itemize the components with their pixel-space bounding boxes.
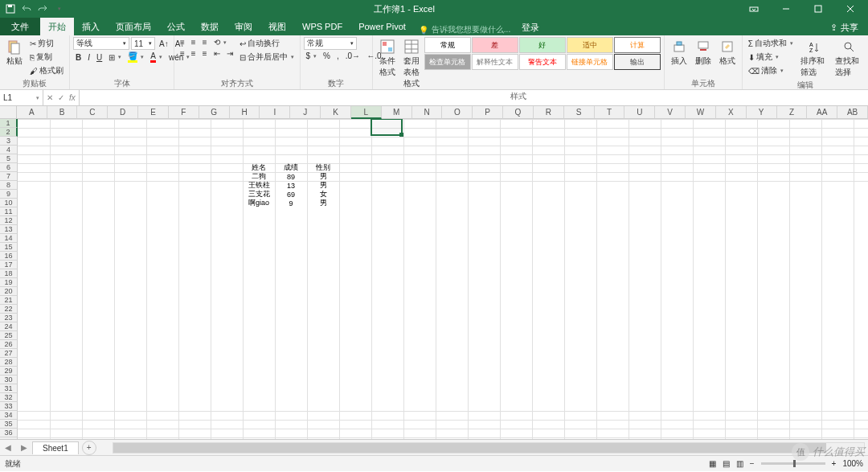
cell-value[interactable]: 男 xyxy=(307,199,339,207)
row-header-19[interactable]: 19 xyxy=(0,278,18,287)
col-header-AA[interactable]: AA xyxy=(807,106,837,119)
col-header-F[interactable]: F xyxy=(169,106,199,119)
cell-value[interactable]: 9 xyxy=(275,199,307,207)
horizontal-scrollbar[interactable] xyxy=(113,442,865,454)
col-header-A[interactable]: A xyxy=(17,106,47,119)
row-header-15[interactable]: 15 xyxy=(0,243,18,252)
row-header-26[interactable]: 26 xyxy=(0,340,18,349)
row-header-10[interactable]: 10 xyxy=(0,199,18,207)
row-header-5[interactable]: 5 xyxy=(0,154,18,163)
view-page-break-icon[interactable]: ▥ xyxy=(736,459,743,468)
zoom-out-button[interactable]: − xyxy=(750,459,755,468)
tab-file[interactable]: 文件 xyxy=(0,18,40,35)
italic-button[interactable]: I xyxy=(85,52,92,63)
style-解释性文本[interactable]: 解释性文本 xyxy=(472,54,518,70)
share-button[interactable]: ⇪ 共享 xyxy=(825,20,863,35)
row-header-13[interactable]: 13 xyxy=(0,225,18,234)
col-header-AB[interactable]: AB xyxy=(837,106,868,119)
row-header-37[interactable]: 37 xyxy=(0,437,18,439)
tab-开始[interactable]: 开始 xyxy=(40,18,74,35)
copy-button[interactable]: ⎘复制 xyxy=(27,51,66,64)
col-header-K[interactable]: K xyxy=(321,106,351,119)
style-适中[interactable]: 适中 xyxy=(567,37,613,53)
row-header-14[interactable]: 14 xyxy=(0,234,18,243)
align-left-icon[interactable]: ≡ xyxy=(178,48,187,59)
cells-area[interactable]: 姓名成绩性别二狗89男王铁柱13男三支花69女啊giao9男 xyxy=(18,119,868,439)
row-header-28[interactable]: 28 xyxy=(0,358,18,367)
view-normal-icon[interactable]: ▦ xyxy=(709,459,716,468)
style-好[interactable]: 好 xyxy=(519,37,566,53)
clear-button[interactable]: ⌫清除 xyxy=(746,64,796,77)
col-header-O[interactable]: O xyxy=(442,106,473,119)
align-bottom-icon[interactable]: ≡ xyxy=(200,37,210,47)
sheet-nav-next-icon[interactable]: ▶ xyxy=(16,443,32,452)
fill-color-button[interactable]: 🪣 xyxy=(125,51,146,64)
row-header-31[interactable]: 31 xyxy=(0,384,18,393)
table-format-button[interactable]: 套用表格格式 xyxy=(400,37,423,91)
font-color-button[interactable]: A xyxy=(148,51,165,64)
row-header-36[interactable]: 36 xyxy=(0,429,18,437)
autosum-button[interactable]: Σ自动求和 xyxy=(746,37,796,50)
enter-formula-icon[interactable]: ✓ xyxy=(58,93,64,102)
row-header-12[interactable]: 12 xyxy=(0,216,18,225)
login-button[interactable]: 登录 xyxy=(515,20,546,35)
tab-公式[interactable]: 公式 xyxy=(159,18,193,35)
row-header-18[interactable]: 18 xyxy=(0,269,18,278)
tell-me[interactable]: 💡 告诉我您想要做什么... xyxy=(414,24,515,35)
wrap-text-button[interactable]: ↩自动换行 xyxy=(237,37,297,50)
cell-value[interactable]: 13 xyxy=(275,181,307,190)
increase-font-icon[interactable]: A↑ xyxy=(157,39,171,49)
row-header-3[interactable]: 3 xyxy=(0,137,18,146)
col-header-Y[interactable]: Y xyxy=(747,106,777,119)
sheet-nav-prev-icon[interactable]: ◀ xyxy=(0,443,16,452)
conditional-formatting-button[interactable]: 条件格式 xyxy=(376,37,399,80)
col-header-W[interactable]: W xyxy=(686,106,716,119)
find-select-button[interactable]: 查找和选择 xyxy=(832,37,865,80)
format-painter-button[interactable]: 🖌格式刷 xyxy=(27,64,66,77)
row-header-29[interactable]: 29 xyxy=(0,367,18,376)
add-sheet-button[interactable]: + xyxy=(82,441,96,455)
row-header-6[interactable]: 6 xyxy=(0,163,18,172)
font-size-combo[interactable]: 11▾ xyxy=(131,37,155,50)
tab-Power Pivot[interactable]: Power Pivot xyxy=(350,18,414,35)
row-header-11[interactable]: 11 xyxy=(0,207,18,216)
col-header-S[interactable]: S xyxy=(564,106,595,119)
align-middle-icon[interactable]: ≡ xyxy=(189,37,199,47)
orientation-icon[interactable]: ⟲ xyxy=(211,37,229,47)
cancel-formula-icon[interactable]: ✕ xyxy=(47,93,53,102)
col-header-T[interactable]: T xyxy=(595,106,625,119)
redo-icon[interactable] xyxy=(37,3,48,14)
row-header-25[interactable]: 25 xyxy=(0,331,18,340)
row-header-2[interactable]: 2 xyxy=(0,128,18,137)
indent-dec-icon[interactable]: ⇤ xyxy=(211,48,223,59)
row-header-17[interactable]: 17 xyxy=(0,261,18,269)
align-center-icon[interactable]: ≡ xyxy=(189,48,199,59)
col-header-C[interactable]: C xyxy=(77,106,108,119)
qat-customize-icon[interactable] xyxy=(53,3,64,14)
col-header-B[interactable]: B xyxy=(47,106,78,119)
row-header-35[interactable]: 35 xyxy=(0,420,18,429)
col-header-I[interactable]: I xyxy=(260,106,290,119)
view-page-layout-icon[interactable]: ▤ xyxy=(723,459,730,468)
row-header-20[interactable]: 20 xyxy=(0,287,18,296)
tab-页面布局[interactable]: 页面布局 xyxy=(108,18,159,35)
col-header-L[interactable]: L xyxy=(351,106,382,119)
tab-WPS PDF[interactable]: WPS PDF xyxy=(294,18,350,35)
row-header-22[interactable]: 22 xyxy=(0,305,18,314)
active-cell[interactable] xyxy=(371,119,403,136)
tab-视图[interactable]: 视图 xyxy=(260,18,294,35)
ribbon-options-icon[interactable] xyxy=(739,0,768,18)
row-header-4[interactable]: 4 xyxy=(0,146,18,154)
cell-value[interactable]: 69 xyxy=(275,190,307,199)
style-链接单元格[interactable]: 链接单元格 xyxy=(567,54,613,70)
merge-button[interactable]: ⊟合并后居中 xyxy=(237,51,297,64)
cell-value[interactable]: 啊giao xyxy=(243,199,275,207)
undo-icon[interactable] xyxy=(21,3,32,14)
number-format-combo[interactable]: 常规▾ xyxy=(304,37,357,50)
col-header-U[interactable]: U xyxy=(624,106,655,119)
tab-数据[interactable]: 数据 xyxy=(193,18,227,35)
row-header-33[interactable]: 33 xyxy=(0,402,18,411)
row-header-7[interactable]: 7 xyxy=(0,172,18,181)
style-检查单元格[interactable]: 检查单元格 xyxy=(424,54,471,70)
comma-icon[interactable]: , xyxy=(334,51,342,61)
